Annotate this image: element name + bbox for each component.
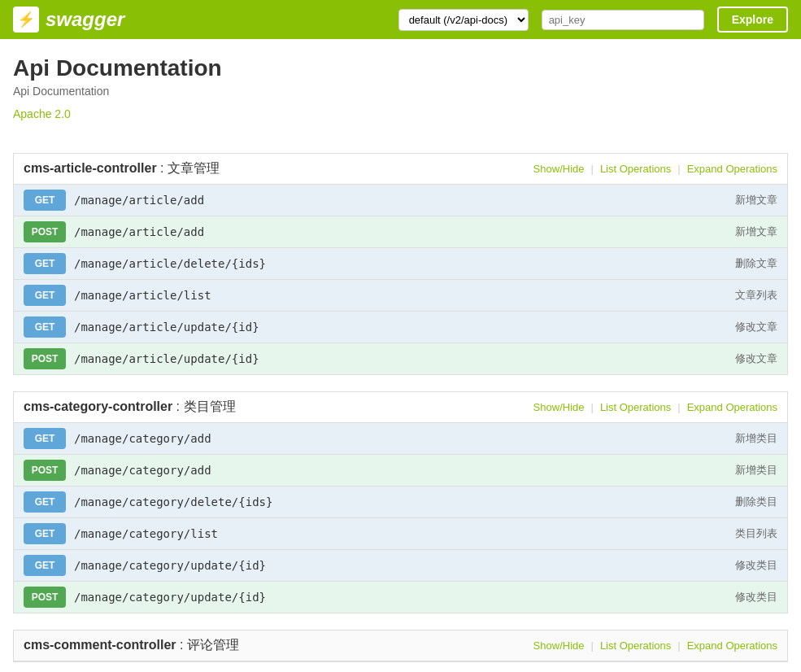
operation-row[interactable]: GET/manage/category/update/{id}修改类目 xyxy=(14,550,787,582)
controller-title-cms-category-controller: cms-category-controller : 类目管理 xyxy=(24,399,533,416)
app-header: ⚡ swagger default (/v2/api-docs) Explore xyxy=(0,0,801,39)
operation-desc: 文章列表 xyxy=(735,288,777,303)
operation-path: /manage/category/list xyxy=(74,527,727,540)
operation-desc: 修改文章 xyxy=(735,320,777,334)
action-separator: | xyxy=(590,401,593,413)
explore-button[interactable]: Explore xyxy=(717,7,788,33)
logo: ⚡ swagger xyxy=(13,7,124,33)
controller-actions-cms-category-controller: Show/Hide|List Operations|Expand Operati… xyxy=(533,401,777,413)
operation-path: /manage/article/update/{id} xyxy=(74,321,727,334)
method-badge-get: GET xyxy=(24,285,66,306)
operation-path: /manage/article/add xyxy=(74,225,727,238)
controller-section-cms-article-controller: cms-article-controller : 文章管理Show/Hide|L… xyxy=(13,153,788,375)
controller-action-expand-operations[interactable]: Expand Operations xyxy=(687,401,777,413)
operation-path: /manage/category/update/{id} xyxy=(74,591,727,604)
api-docs-select[interactable]: default (/v2/api-docs) xyxy=(398,9,529,31)
operation-desc: 修改类目 xyxy=(735,558,777,573)
operation-desc: 删除类目 xyxy=(735,495,777,509)
action-separator: | xyxy=(677,401,680,413)
controller-action-show/hide[interactable]: Show/Hide xyxy=(533,401,585,413)
operation-desc: 类目列表 xyxy=(735,526,777,541)
page-title: Api Documentation xyxy=(13,55,788,81)
operation-path: /manage/category/add xyxy=(74,432,727,445)
controller-action-show/hide[interactable]: Show/Hide xyxy=(533,163,585,175)
operation-desc: 新增类目 xyxy=(735,463,777,478)
operation-row[interactable]: GET/manage/article/update/{id}修改文章 xyxy=(14,312,787,343)
operation-desc: 修改文章 xyxy=(735,351,777,366)
page-subtitle: Api Documentation xyxy=(13,85,788,98)
operation-path: /manage/article/list xyxy=(74,289,727,302)
method-badge-get: GET xyxy=(24,190,66,211)
method-badge-post: POST xyxy=(24,460,66,481)
operation-row[interactable]: POST/manage/category/update/{id}修改类目 xyxy=(14,582,787,613)
controller-action-list-operations[interactable]: List Operations xyxy=(600,401,671,413)
operation-row[interactable]: GET/manage/article/list文章列表 xyxy=(14,280,787,312)
controller-section-cms-category-controller: cms-category-controller : 类目管理Show/Hide|… xyxy=(13,391,788,613)
logo-icon: ⚡ xyxy=(13,7,39,33)
controller-action-expand-operations[interactable]: Expand Operations xyxy=(687,163,777,175)
operation-path: /manage/category/update/{id} xyxy=(74,559,727,572)
operation-path: /manage/article/delete/{ids} xyxy=(74,257,727,270)
controller-actions-cms-article-controller: Show/Hide|List Operations|Expand Operati… xyxy=(533,163,777,175)
method-badge-get: GET xyxy=(24,253,66,274)
method-badge-get: GET xyxy=(24,491,66,513)
operation-path: /manage/category/add xyxy=(74,464,727,477)
controller-title-cms-comment-controller: cms-comment-controller : 评论管理 xyxy=(24,637,533,654)
operation-row[interactable]: GET/manage/category/delete/{ids}删除类目 xyxy=(14,487,787,518)
operation-row[interactable]: GET/manage/category/list类目列表 xyxy=(14,518,787,550)
method-badge-get: GET xyxy=(24,316,66,338)
action-separator: | xyxy=(677,163,680,175)
action-separator: | xyxy=(677,639,680,652)
controller-section-cms-comment-controller: cms-comment-controller : 评论管理Show/Hide|L… xyxy=(13,630,788,662)
method-badge-get: GET xyxy=(24,523,66,544)
method-badge-get: GET xyxy=(24,555,66,576)
controller-action-list-operations[interactable]: List Operations xyxy=(600,639,671,652)
operation-path: /manage/article/add xyxy=(74,194,727,207)
apache-link[interactable]: Apache 2.0 xyxy=(13,107,71,120)
controller-actions-cms-comment-controller: Show/Hide|List Operations|Expand Operati… xyxy=(533,639,777,652)
controller-action-list-operations[interactable]: List Operations xyxy=(600,163,671,175)
controller-header-cms-article-controller: cms-article-controller : 文章管理Show/Hide|L… xyxy=(14,154,787,185)
operation-row[interactable]: POST/manage/article/update/{id}修改文章 xyxy=(14,343,787,374)
controller-header-cms-comment-controller: cms-comment-controller : 评论管理Show/Hide|L… xyxy=(14,631,787,661)
operation-row[interactable]: POST/manage/article/add新增文章 xyxy=(14,216,787,248)
operation-desc: 新增文章 xyxy=(735,193,777,207)
operation-desc: 新增文章 xyxy=(735,225,777,239)
operation-row[interactable]: POST/manage/category/add新增类目 xyxy=(14,455,787,487)
method-badge-post: POST xyxy=(24,348,66,369)
method-badge-get: GET xyxy=(24,428,66,449)
operation-desc: 新增类目 xyxy=(735,431,777,446)
api-key-input[interactable] xyxy=(542,10,704,30)
operation-path: /manage/category/delete/{ids} xyxy=(74,495,727,508)
method-badge-post: POST xyxy=(24,221,66,242)
operation-desc: 删除文章 xyxy=(735,256,777,271)
controller-header-cms-category-controller: cms-category-controller : 类目管理Show/Hide|… xyxy=(14,392,787,423)
action-separator: | xyxy=(590,163,593,175)
action-separator: | xyxy=(590,639,593,652)
operation-row[interactable]: GET/manage/article/add新增文章 xyxy=(14,185,787,216)
controllers-container: cms-article-controller : 文章管理Show/Hide|L… xyxy=(13,153,788,672)
operation-row[interactable]: GET/manage/category/add新增类目 xyxy=(14,423,787,455)
controller-title-cms-article-controller: cms-article-controller : 文章管理 xyxy=(24,160,533,177)
controller-action-expand-operations[interactable]: Expand Operations xyxy=(687,639,777,652)
logo-text: swagger xyxy=(46,8,124,31)
method-badge-post: POST xyxy=(24,587,66,608)
operation-desc: 修改类目 xyxy=(735,590,777,604)
main-content: Api Documentation Api Documentation Apac… xyxy=(0,39,801,672)
operation-row[interactable]: GET/manage/article/delete/{ids}删除文章 xyxy=(14,248,787,280)
operation-path: /manage/article/update/{id} xyxy=(74,352,727,365)
controller-action-show/hide[interactable]: Show/Hide xyxy=(533,639,585,652)
